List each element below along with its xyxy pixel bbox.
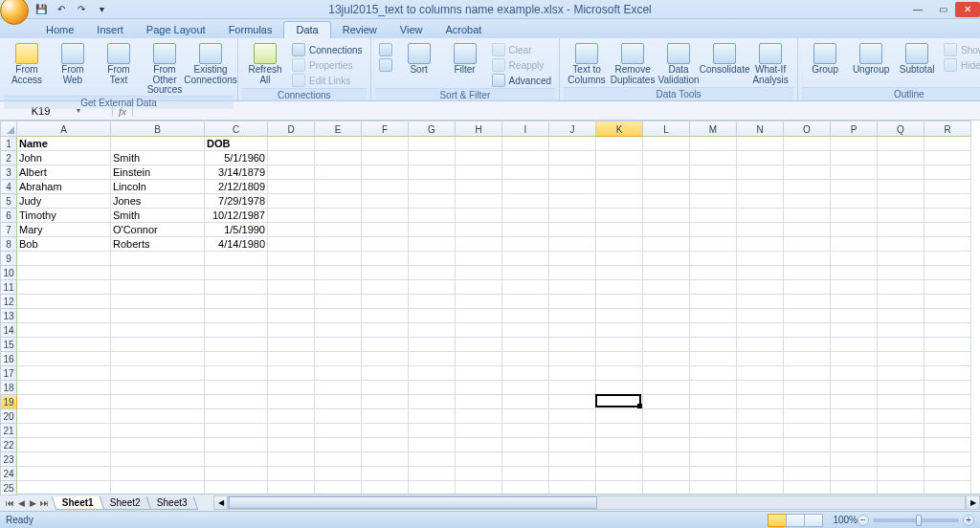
cell-K10[interactable] (596, 266, 643, 280)
cell-E18[interactable] (315, 381, 362, 395)
column-header-B[interactable]: B (111, 121, 205, 137)
cell-E25[interactable] (315, 481, 362, 494)
cell-A23[interactable] (17, 452, 111, 467)
column-header-M[interactable]: M (690, 121, 737, 137)
cell-P24[interactable] (831, 467, 878, 481)
cell-B11[interactable] (111, 280, 205, 295)
cell-K12[interactable] (596, 295, 643, 309)
cell-Q11[interactable] (878, 280, 924, 295)
cell-Q23[interactable] (878, 452, 924, 467)
cell-C19[interactable] (205, 395, 268, 409)
cell-P12[interactable] (831, 295, 878, 309)
cell-A19[interactable] (17, 395, 111, 409)
cell-B19[interactable] (111, 395, 205, 409)
zoom-percent[interactable]: 100% (833, 515, 858, 525)
cell-F15[interactable] (362, 338, 409, 352)
cell-P6[interactable] (831, 209, 878, 223)
cell-A6[interactable]: Timothy (17, 209, 111, 223)
cell-R20[interactable] (924, 409, 971, 424)
cell-H11[interactable] (456, 280, 502, 295)
cell-G1[interactable] (409, 137, 456, 151)
cell-N8[interactable] (737, 237, 784, 252)
row-header-20[interactable]: 20 (0, 409, 17, 424)
cell-R15[interactable] (924, 338, 971, 352)
cell-L1[interactable] (643, 137, 690, 151)
cell-N4[interactable] (737, 180, 784, 194)
ungroup-button[interactable]: Ungroup (850, 42, 892, 76)
cell-A16[interactable] (17, 352, 111, 366)
cell-J7[interactable] (549, 223, 596, 237)
cell-Q7[interactable] (878, 223, 924, 237)
cell-F3[interactable] (362, 165, 409, 180)
cell-F18[interactable] (362, 381, 409, 395)
clear-button[interactable]: Clear (490, 42, 553, 57)
cell-D19[interactable] (268, 395, 315, 409)
cell-K15[interactable] (596, 338, 643, 352)
row-header-18[interactable]: 18 (0, 381, 17, 395)
cell-R6[interactable] (924, 209, 971, 223)
cell-P17[interactable] (831, 366, 878, 381)
cell-L18[interactable] (643, 381, 690, 395)
cell-L23[interactable] (643, 452, 690, 467)
column-header-I[interactable]: I (502, 121, 549, 137)
row-header-6[interactable]: 6 (0, 209, 17, 223)
sheet-tab-2[interactable]: Sheet2 (100, 496, 151, 510)
cell-O3[interactable] (784, 165, 831, 180)
cell-A24[interactable] (17, 467, 111, 481)
cell-I5[interactable] (502, 194, 549, 209)
cell-R22[interactable] (924, 438, 971, 452)
cell-A8[interactable]: Bob (17, 237, 111, 252)
cell-A5[interactable]: Judy (17, 194, 111, 209)
cell-D1[interactable] (268, 137, 315, 151)
view-normal-button[interactable] (768, 514, 787, 527)
cell-G16[interactable] (409, 352, 456, 366)
cell-M10[interactable] (690, 266, 737, 280)
sheet-nav-prev-icon[interactable]: ◀ (15, 498, 27, 508)
cell-K18[interactable] (596, 381, 643, 395)
hscroll-left-icon[interactable]: ◀ (213, 495, 228, 510)
cell-B6[interactable]: Smith (111, 209, 205, 223)
cell-C18[interactable] (205, 381, 268, 395)
cell-C9[interactable] (205, 252, 268, 266)
cell-G19[interactable] (409, 395, 456, 409)
cell-N2[interactable] (737, 151, 784, 165)
cell-H8[interactable] (456, 237, 502, 252)
cell-M11[interactable] (690, 280, 737, 295)
cell-F4[interactable] (362, 180, 409, 194)
cell-Q22[interactable] (878, 438, 924, 452)
cell-C1[interactable]: DOB (205, 137, 268, 151)
cell-D24[interactable] (268, 467, 315, 481)
cell-C2[interactable]: 5/1/1960 (205, 151, 268, 165)
cell-J14[interactable] (549, 323, 596, 338)
cell-L25[interactable] (643, 481, 690, 494)
cell-N5[interactable] (737, 194, 784, 209)
cell-M8[interactable] (690, 237, 737, 252)
row-header-21[interactable]: 21 (0, 424, 17, 438)
view-page-break-button[interactable] (804, 514, 823, 527)
cell-G3[interactable] (409, 165, 456, 180)
cell-K24[interactable] (596, 467, 643, 481)
cell-K3[interactable] (596, 165, 643, 180)
cell-H3[interactable] (456, 165, 502, 180)
cell-L13[interactable] (643, 309, 690, 323)
tab-page-layout[interactable]: Page Layout (135, 22, 217, 38)
cell-A25[interactable] (17, 481, 111, 494)
cell-I3[interactable] (502, 165, 549, 180)
cell-N25[interactable] (737, 481, 784, 494)
cell-P1[interactable] (831, 137, 878, 151)
cell-J24[interactable] (549, 467, 596, 481)
cell-H17[interactable] (456, 366, 502, 381)
cell-J23[interactable] (549, 452, 596, 467)
cell-I10[interactable] (502, 266, 549, 280)
cell-F9[interactable] (362, 252, 409, 266)
cell-O20[interactable] (784, 409, 831, 424)
cell-R11[interactable] (924, 280, 971, 295)
cell-G5[interactable] (409, 194, 456, 209)
cell-B24[interactable] (111, 467, 205, 481)
cell-L12[interactable] (643, 295, 690, 309)
cell-G7[interactable] (409, 223, 456, 237)
hide-detail-button[interactable]: Hide Detail (942, 57, 980, 73)
cell-K9[interactable] (596, 252, 643, 266)
close-button[interactable]: ✕ (955, 2, 980, 17)
column-header-G[interactable]: G (409, 121, 456, 137)
